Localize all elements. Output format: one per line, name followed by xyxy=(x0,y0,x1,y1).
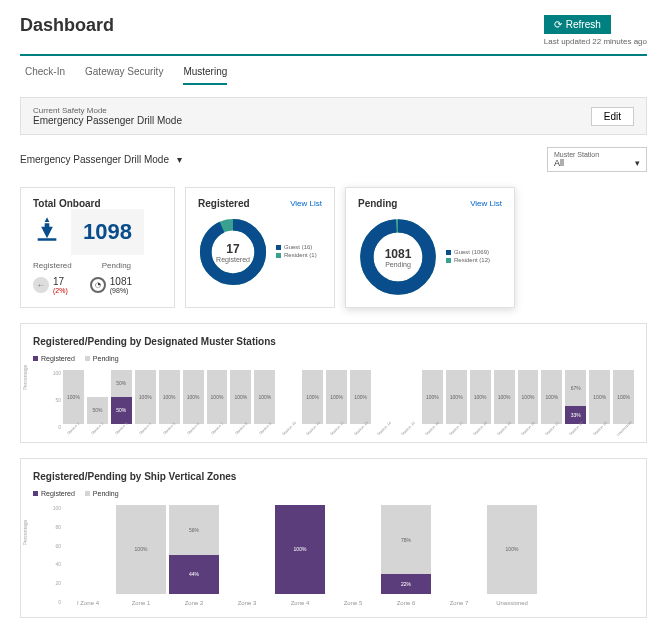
bar-column: 100%Station 17 xyxy=(446,370,467,430)
bar-category-label: Zone 1 xyxy=(132,600,151,605)
bar-column: 56%44%Zone 2 xyxy=(169,505,219,605)
bar-segment-pending: 100% xyxy=(589,370,610,424)
total-onboard-title: Total Onboard xyxy=(33,198,162,209)
bar-column: Zone 5 xyxy=(328,505,378,605)
registered-card: Registered View List 17 Registered Guest… xyxy=(185,187,335,308)
pending-percent: (98%) xyxy=(110,287,132,294)
pending-donut-label: Pending xyxy=(385,261,412,268)
bar-segment-pending: 50% xyxy=(111,370,132,397)
ship-icon xyxy=(33,215,61,249)
tab-check-in[interactable]: Check-In xyxy=(25,66,65,85)
header-divider xyxy=(20,54,647,56)
bar-column: 100%Zone 1 xyxy=(116,505,166,605)
bar-segment-pending: 100% xyxy=(541,370,562,424)
total-onboard-card: Total Onboard 1098 Registered Pending ← … xyxy=(20,187,175,308)
bar-column: 78%22%Zone 6 xyxy=(381,505,431,605)
mode-dropdown-value: Emergency Passenger Drill Mode xyxy=(20,154,169,165)
bar-segment-pending: 100% xyxy=(183,370,204,424)
bar-column: 100%Zone 4 xyxy=(275,505,325,605)
bar-category-label: Zone 3 xyxy=(238,600,257,605)
bar-column: 100%Station 20 xyxy=(518,370,539,430)
bar-segment-pending: 100% xyxy=(63,370,84,424)
bar-segment-pending: 100% xyxy=(422,370,443,424)
bar-column: 100%Station 13 xyxy=(350,370,371,430)
bar-category-label: Zone 4 xyxy=(291,600,310,605)
bar-segment-pending: 100% xyxy=(135,370,156,424)
legend-pending: Pending xyxy=(93,490,119,497)
safety-mode-value: Emergency Passenger Drill Mode xyxy=(33,115,182,126)
bar-column: Station 14 xyxy=(374,370,395,430)
bar-category-label: Unassigned xyxy=(496,600,528,605)
pending-view-list-link[interactable]: View List xyxy=(470,199,502,208)
bar-column: 100%Station 23 xyxy=(589,370,610,430)
legend-guest: Guest (16) xyxy=(284,244,312,250)
pending-card-title: Pending xyxy=(358,198,397,209)
bar-column: 50%Station 2 xyxy=(87,370,108,430)
bar-segment-pending: 100% xyxy=(446,370,467,424)
muster-station-dropdown[interactable]: Muster Station All ▾ xyxy=(547,147,647,172)
refresh-button[interactable]: ⟳ Refresh xyxy=(544,15,611,34)
bar-segment-registered: 44% xyxy=(169,555,219,594)
pending-legend: Guest (1069) Resident (12) xyxy=(446,249,490,265)
mode-dropdown[interactable]: Emergency Passenger Drill Mode ▾ xyxy=(20,154,182,165)
safety-mode-label: Current Safety Mode xyxy=(33,106,182,115)
bar-segment-pending: 78% xyxy=(381,505,431,574)
registered-percent: (2%) xyxy=(53,287,68,294)
muster-stations-bars: Percentage 100500 100%Station 150%Statio… xyxy=(33,370,634,430)
bar-column: 100%Station 1 xyxy=(63,370,84,430)
bar-column: 100%Station 16 xyxy=(422,370,443,430)
registered-donut-chart: 17 Registered xyxy=(198,217,268,287)
bar-column: 100%Station 18 xyxy=(470,370,491,430)
y-axis-label: Percentage xyxy=(22,520,28,546)
bar-segment-pending: 100% xyxy=(159,370,180,424)
bar-segment-pending: 100% xyxy=(518,370,539,424)
vertical-zones-chart: Registered/Pending by Ship Vertical Zone… xyxy=(20,458,647,618)
registered-view-list-link[interactable]: View List xyxy=(290,199,322,208)
bar-category-label: Zone 7 xyxy=(450,600,469,605)
bar-segment-pending: 100% xyxy=(254,370,275,424)
tab-mustering[interactable]: Mustering xyxy=(183,66,227,85)
muster-station-value: All xyxy=(554,158,564,168)
chevron-down-icon: ▾ xyxy=(635,158,640,168)
bar-column: 100%Station 8 xyxy=(230,370,251,430)
vertical-zones-legend: Registered Pending xyxy=(33,490,634,497)
registered-legend: Guest (16) Resident (1) xyxy=(276,244,317,260)
total-onboard-number: 1098 xyxy=(83,219,132,245)
bar-column: 100%Station 11 xyxy=(302,370,323,430)
pending-label: Pending xyxy=(102,261,131,270)
bar-category-label: Zone 5 xyxy=(344,600,363,605)
bar-segment-pending: 50% xyxy=(87,397,108,424)
edit-button[interactable]: Edit xyxy=(591,107,634,126)
bar-segment-pending: 100% xyxy=(207,370,228,424)
legend-registered: Registered xyxy=(41,355,75,362)
registered-donut-label: Registered xyxy=(216,256,250,263)
registered-donut-number: 17 xyxy=(216,242,250,256)
arrow-left-icon: ← xyxy=(33,277,49,293)
bar-column: 50%50%Station 3 xyxy=(111,370,132,430)
bar-segment-registered: 100% xyxy=(275,505,325,594)
pending-donut-number: 1081 xyxy=(385,247,412,261)
clock-icon: ◔ xyxy=(90,277,106,293)
bar-category-label: I Zone 4 xyxy=(77,600,99,605)
muster-stations-chart: Registered/Pending by Designated Muster … xyxy=(20,323,647,443)
y-axis-label: Percentage xyxy=(22,365,28,391)
registered-label: Registered xyxy=(33,261,72,270)
muster-stations-legend: Registered Pending xyxy=(33,355,634,362)
bar-segment-pending: 100% xyxy=(116,505,166,594)
bar-segment-pending: 100% xyxy=(613,370,634,424)
bar-segment-pending: 100% xyxy=(302,370,323,424)
bar-column: 100%Station 21 xyxy=(541,370,562,430)
bar-column: Zone 3 xyxy=(222,505,272,605)
refresh-label: Refresh xyxy=(566,19,601,30)
bar-segment-registered: 50% xyxy=(111,397,132,424)
pending-donut-chart: 1081 Pending xyxy=(358,217,438,297)
legend-pending: Pending xyxy=(93,355,119,362)
bar-column: 100%Station 4 xyxy=(135,370,156,430)
tab-gateway-security[interactable]: Gateway Security xyxy=(85,66,163,85)
bar-column: 100%Station 6 xyxy=(183,370,204,430)
tabs: Check-In Gateway Security Mustering xyxy=(20,66,647,85)
registered-card-title: Registered xyxy=(198,198,250,209)
bar-segment-pending: 100% xyxy=(230,370,251,424)
bar-column: 100%Unassigned xyxy=(613,370,634,430)
bar-category-label: Zone 2 xyxy=(185,600,204,605)
